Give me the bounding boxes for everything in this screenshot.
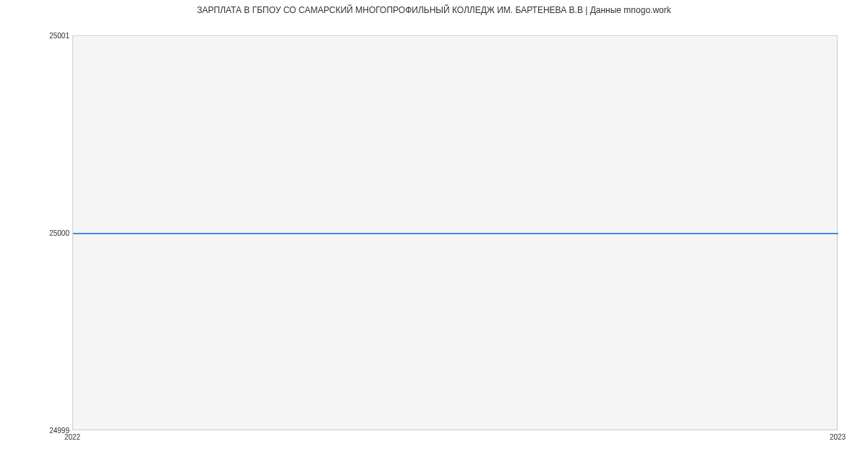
gridline xyxy=(73,430,837,431)
chart-title: ЗАРПЛАТА В ГБПОУ СО САМАРСКИЙ МНОГОПРОФИ… xyxy=(0,5,868,15)
plot-area xyxy=(72,35,838,430)
x-tick-label: 2023 xyxy=(830,433,846,441)
data-line xyxy=(73,233,838,234)
chart-container: ЗАРПЛАТА В ГБПОУ СО САМАРСКИЙ МНОГОПРОФИ… xyxy=(0,0,868,470)
y-tick-label: 25001 xyxy=(49,32,69,40)
gridline xyxy=(73,36,837,37)
x-tick-label: 2022 xyxy=(64,433,80,441)
y-tick-label: 25000 xyxy=(49,229,69,237)
